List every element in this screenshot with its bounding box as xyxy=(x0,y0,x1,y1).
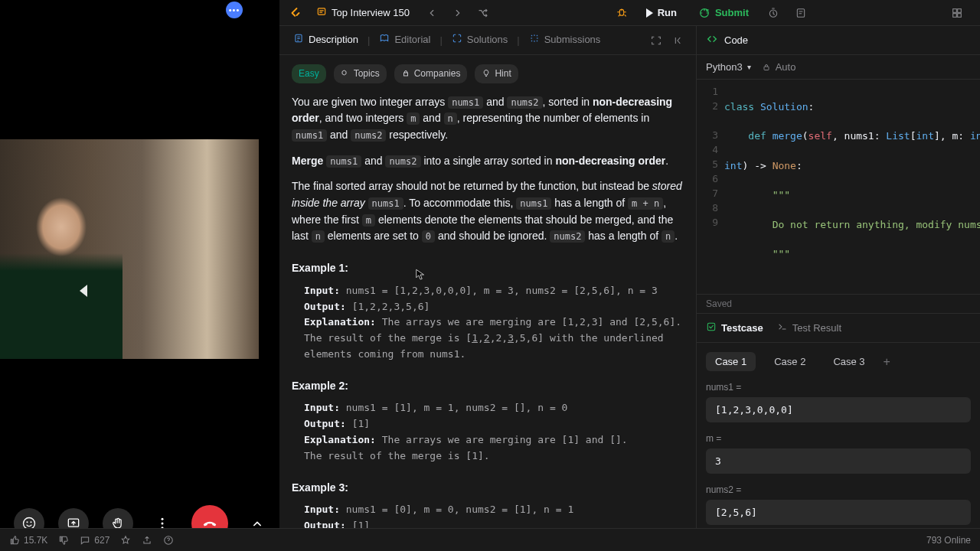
code-toolbar: Python3▾ Auto xyxy=(697,55,980,80)
svg-point-2 xyxy=(31,521,32,523)
svg-point-1 xyxy=(27,521,28,523)
field-nums2-label: nums2 = xyxy=(706,484,971,495)
collapse-panel-button[interactable] xyxy=(668,30,690,51)
case-2[interactable]: Case 2 xyxy=(765,352,815,371)
code-header: Code xyxy=(697,26,980,55)
chevron-left-icon[interactable] xyxy=(80,285,87,297)
example-3-title: Example 3: xyxy=(292,480,684,497)
description-icon xyxy=(293,33,304,46)
auto-toggle[interactable]: Auto xyxy=(762,61,796,73)
workspace-split: Description | Editorial | Solutions | Su… xyxy=(279,26,980,551)
prev-problem-button[interactable] xyxy=(422,3,442,23)
svg-rect-15 xyxy=(403,73,407,76)
line-gutter: 123456789 xyxy=(697,80,724,294)
topics-chip[interactable]: Topics xyxy=(334,64,387,83)
timer-button[interactable] xyxy=(763,2,784,24)
debug-button[interactable] xyxy=(611,2,632,24)
tab-testcase[interactable]: Testcase xyxy=(706,321,763,334)
tab-submissions[interactable]: Submissions xyxy=(521,28,609,52)
example-1-title: Example 1: xyxy=(292,260,684,277)
top-toolbar: Top Interview 150 Run Submit xyxy=(279,0,980,26)
fullscreen-button[interactable] xyxy=(645,30,667,51)
tab-description[interactable]: Description xyxy=(286,28,366,52)
shuffle-button[interactable] xyxy=(474,3,494,23)
field-m-label: m = xyxy=(706,433,971,444)
example-1-block: Input: nums1 = [1,2,3,0,0,0], m = 3, num… xyxy=(292,283,684,363)
example-2-title: Example 2: xyxy=(292,378,684,395)
description-panel: Description | Editorial | Solutions | Su… xyxy=(279,26,697,551)
field-nums1-label: nums1 = xyxy=(706,382,971,393)
solutions-icon xyxy=(452,33,462,46)
tag-chips: Easy Topics Companies Hint xyxy=(292,64,684,83)
notes-button[interactable] xyxy=(790,2,812,24)
problem-list-chip[interactable]: Top Interview 150 xyxy=(310,3,416,22)
svg-point-4 xyxy=(162,518,164,520)
problem-p2: Merge nums1 and nums2 into a single arra… xyxy=(292,153,684,170)
svg-rect-13 xyxy=(958,13,962,17)
submit-button[interactable]: Submit xyxy=(691,4,756,22)
case-3[interactable]: Case 3 xyxy=(824,352,874,371)
tab-solutions[interactable]: Solutions xyxy=(444,28,515,52)
check-icon xyxy=(706,321,717,334)
tab-editorial[interactable]: Editorial xyxy=(371,28,438,52)
example-2-block: Input: nums1 = [1], m = 1, nums2 = [], n… xyxy=(292,400,684,464)
more-people-indicator[interactable] xyxy=(226,2,243,18)
svg-point-5 xyxy=(162,523,164,525)
hint-chip[interactable]: Hint xyxy=(475,64,518,83)
problem-p1: You are given two integer arrays nums1 a… xyxy=(292,94,684,144)
testcase-body: Case 1 Case 2 Case 3 + nums1 = [1,2,3,0,… xyxy=(697,343,980,528)
svg-rect-11 xyxy=(958,8,962,12)
code-editor[interactable]: 123456789 class Solution: def merge(self… xyxy=(697,80,980,294)
editorial-icon xyxy=(379,33,390,46)
case-selector: Case 1 Case 2 Case 3 + xyxy=(706,352,971,371)
svg-rect-10 xyxy=(953,8,957,12)
leetcode-logo-icon[interactable] xyxy=(287,5,304,21)
field-m-value[interactable]: 3 xyxy=(706,448,971,474)
terminal-icon xyxy=(777,321,788,334)
testcase-tabs: Testcase Test Result xyxy=(697,314,980,343)
testcase-panel: Testcase Test Result Case 1 Case 2 Case … xyxy=(697,314,980,528)
play-icon xyxy=(646,8,653,18)
description-tabs: Description | Editorial | Solutions | Su… xyxy=(279,26,696,55)
svg-rect-17 xyxy=(764,67,769,70)
leetcode-app: Top Interview 150 Run Submit xyxy=(279,0,980,551)
language-select[interactable]: Python3▾ xyxy=(706,61,751,73)
svg-rect-9 xyxy=(797,8,804,17)
svg-rect-18 xyxy=(707,323,714,330)
companies-chip[interactable]: Companies xyxy=(394,64,468,83)
problem-p3: The final sorted array should not be ret… xyxy=(292,178,684,245)
save-status: Saved xyxy=(697,294,980,314)
run-button[interactable]: Run xyxy=(639,4,684,21)
layout-button[interactable] xyxy=(946,2,968,24)
field-nums2-value[interactable]: [2,5,6] xyxy=(706,500,971,525)
case-1[interactable]: Case 1 xyxy=(706,352,756,371)
reaction-bar: 15.7K 627 793 Online xyxy=(279,528,697,551)
code-panel: Code Python3▾ Auto 123456789 class Solut… xyxy=(697,26,980,551)
field-nums1-value[interactable]: [1,2,3,0,0,0] xyxy=(706,397,971,422)
tab-test-result[interactable]: Test Result xyxy=(777,321,841,334)
code-icon xyxy=(706,33,718,47)
participant-video xyxy=(0,139,259,359)
list-icon xyxy=(316,6,327,19)
svg-rect-12 xyxy=(953,13,957,17)
submissions-icon xyxy=(529,33,540,46)
next-problem-button[interactable] xyxy=(448,3,468,23)
problem-list-title: Top Interview 150 xyxy=(332,7,410,18)
difficulty-chip: Easy xyxy=(292,64,326,83)
description-scroll[interactable]: Easy Topics Companies Hint You are given… xyxy=(279,55,696,551)
add-case-button[interactable]: + xyxy=(884,355,890,369)
video-call-panel xyxy=(0,0,279,551)
svg-rect-7 xyxy=(318,8,325,15)
